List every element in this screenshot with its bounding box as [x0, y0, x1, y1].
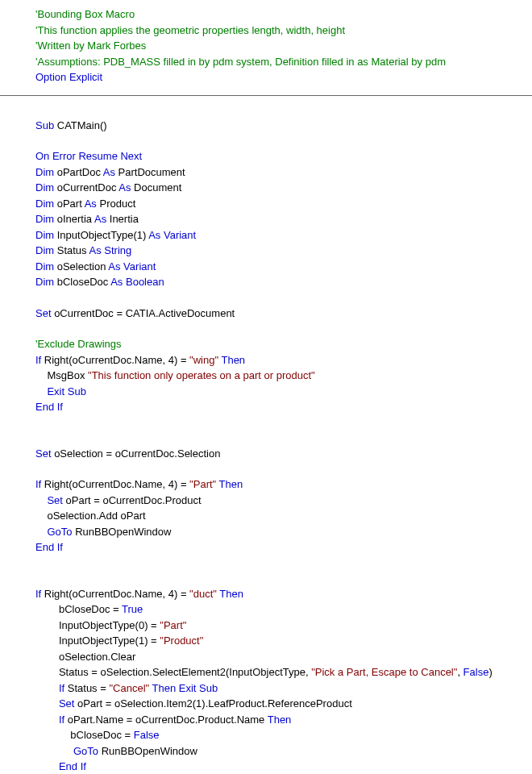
code-token: oSelection.Clear [59, 651, 135, 663]
code-token: False [463, 666, 489, 678]
code-line: If Status = "Cancel" Then Exit Sub [35, 680, 532, 697]
code-token: Document [131, 181, 181, 194]
code-token [35, 526, 47, 538]
code-token: As [85, 198, 97, 210]
code-token: Dim [35, 244, 54, 256]
code-token: Set [35, 307, 52, 319]
code-token: oCurrentDoc [54, 181, 118, 194]
code-token: Then [219, 478, 243, 490]
code-token: Status = [64, 682, 109, 694]
code-token: Dim [35, 181, 54, 194]
code-line [35, 431, 532, 446]
code-token: Inertia [106, 213, 139, 225]
code-token: bCloseDoc = [59, 603, 122, 615]
code-token: Set [47, 494, 63, 506]
code-token: Dim [35, 276, 54, 288]
code-token: "Part" [189, 478, 216, 490]
code-token: InputObjectType(1) = [59, 635, 160, 647]
code-token [35, 494, 47, 506]
code-token: As [103, 166, 115, 178]
code-token: End If [59, 760, 86, 772]
code-line: Set oCurrentDoc = CATIA.ActiveDocument [35, 306, 532, 322]
code-line: Status = oSelection.SelectElement2(Input… [35, 664, 532, 680]
code-line: MsgBox "This function only operates on a… [35, 368, 532, 384]
code-line: End If [35, 399, 532, 415]
code-token: RunBBOpenWindow [98, 745, 197, 757]
code-token: Product [97, 198, 135, 210]
code-token: As Variant [108, 260, 156, 273]
code-token: Right(oCurrentDoc.Name, 4) = [41, 354, 189, 366]
code-line: Dim oSelection As Variant [35, 259, 532, 275]
code-token [35, 603, 59, 615]
code-token: bCloseDoc = [70, 729, 133, 741]
code-line: Set oPart = oCurrentDoc.Product [35, 493, 532, 509]
code-line: Option Explicit [35, 69, 532, 85]
code-line: bCloseDoc = False [35, 727, 532, 743]
code-token: Then [268, 714, 292, 726]
code-token: InputObjectType(1) [54, 229, 148, 241]
code-line: Dim oCurrentDoc As Document [35, 180, 532, 196]
code-token: oPart = oCurrentDoc.Product [63, 494, 202, 506]
code-token: InputObjectType(0) = [59, 619, 160, 631]
code-token: , [457, 666, 463, 678]
code-line: InputObjectType(1) = "Product" [35, 633, 532, 649]
code-line: 'Written by Mark Forbes [35, 38, 532, 54]
code-token: "This function only operates on a part o… [88, 369, 315, 381]
code-line [35, 133, 532, 148]
code-token [35, 635, 59, 647]
code-line: GoTo RunBBOpenWindow [35, 743, 532, 759]
code-token: Status [54, 244, 89, 256]
code-token: oPartDoc [54, 166, 103, 178]
code-token: "wing" [189, 354, 218, 366]
code-line: If Right(oCurrentDoc.Name, 4) = "wing" T… [35, 352, 532, 368]
code-token: Dim [35, 213, 54, 225]
code-token: Dim [35, 260, 54, 273]
code-token: oSelection = oCurrentDoc.Selection [52, 447, 221, 460]
code-token: bCloseDoc [54, 276, 110, 288]
code-token: "Pick a Part, Escape to Cancel" [311, 666, 457, 678]
code-line: InputObjectType(0) = "Part" [35, 618, 532, 634]
code-line: On Error Resume Next [35, 148, 532, 164]
code-block: Sub CATMain()On Error Resume NextDim oPa… [0, 96, 532, 775]
code-token: Then [221, 354, 245, 366]
code-line: Dim oPart As Product [35, 196, 532, 212]
code-token: oPart.Name = oCurrentDoc.Product.Name [64, 714, 268, 726]
code-token: oSelection.Add oPart [47, 510, 145, 522]
code-line [35, 290, 532, 306]
code-token: Sub [35, 119, 54, 131]
code-token [35, 760, 59, 772]
code-line: Sub CATMain() [35, 118, 532, 134]
code-line: If Right(oCurrentDoc.Name, 4) = "duct" T… [35, 586, 532, 602]
code-line: Set oPart = oSelection.Item2(1).LeafProd… [35, 696, 532, 712]
code-line: 'Assumptions: PDB_MASS filled in by pdm … [35, 54, 532, 70]
code-token: Exit Sub [47, 385, 85, 397]
code-token: Set [35, 447, 52, 460]
code-token: Status = oSelection.SelectElement2(Input… [59, 666, 311, 678]
code-line: Dim bCloseDoc As Boolean [35, 274, 532, 290]
code-token [35, 651, 59, 663]
code-token [35, 666, 59, 678]
code-line: Dim oInertia As Inertia [35, 211, 532, 227]
code-line [35, 415, 532, 431]
code-token [35, 745, 73, 757]
code-line: 'This function applies the geometric pro… [35, 23, 532, 39]
code-token: Right(oCurrentDoc.Name, 4) = [41, 478, 189, 490]
code-line [35, 102, 532, 118]
code-token: Then [219, 588, 243, 600]
code-line: Dim InputObjectType(1) As Variant [35, 227, 532, 243]
code-token [35, 697, 59, 710]
code-token: Then Exit Sub [152, 682, 218, 694]
code-line: If Right(oCurrentDoc.Name, 4) = "Part" T… [35, 476, 532, 493]
code-token: 'Bounding Box Macro [35, 8, 135, 20]
code-token: As [118, 181, 131, 194]
code-token [35, 369, 47, 381]
code-token [35, 619, 59, 631]
code-token: CATMain() [54, 119, 106, 131]
code-line: 'Bounding Box Macro [35, 6, 532, 23]
code-token: oPart [54, 198, 85, 210]
code-token: As String [89, 244, 131, 256]
code-token: True [122, 603, 143, 615]
code-line [35, 556, 532, 571]
code-token: Set [59, 697, 75, 710]
code-token: Option Explicit [35, 71, 102, 83]
